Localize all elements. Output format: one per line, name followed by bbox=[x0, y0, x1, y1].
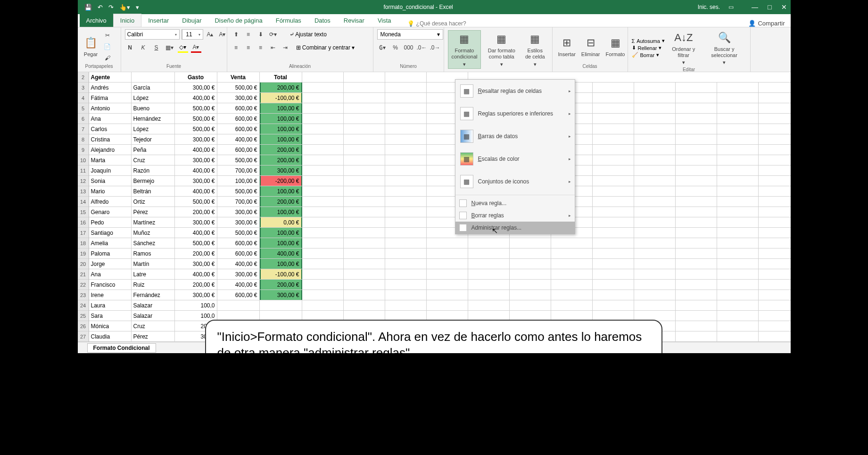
touch-mode-icon[interactable]: 👆▾ bbox=[119, 4, 130, 11]
underline-button[interactable]: S bbox=[151, 42, 162, 53]
menu-top-bottom-rules[interactable]: ▦Reglas superiores e inferiores▸ bbox=[455, 102, 575, 125]
tab-diseno[interactable]: Diseño de página bbox=[208, 14, 269, 27]
sheet-tab-active[interactable]: Formato Condicional bbox=[87, 343, 156, 353]
cell-styles-button[interactable]: ▦Estilos de celda▾ bbox=[522, 31, 548, 68]
signin-button[interactable]: Inic. ses. bbox=[698, 4, 720, 10]
copy-icon[interactable]: 📄 bbox=[102, 41, 113, 52]
tab-insertar[interactable]: Insertar bbox=[141, 14, 175, 27]
row-header[interactable]: 7 bbox=[78, 124, 89, 134]
percent-icon[interactable]: % bbox=[390, 42, 401, 53]
tab-archivo[interactable]: Archivo bbox=[80, 14, 113, 27]
row-header[interactable]: 24 bbox=[78, 300, 89, 311]
row-header[interactable]: 19 bbox=[78, 248, 89, 259]
qat-customize-icon[interactable]: ▾ bbox=[136, 4, 139, 11]
align-bottom-icon[interactable]: ⬇ bbox=[256, 29, 266, 40]
wrap-text-button[interactable]: ⤶ Ajustar texto bbox=[289, 31, 327, 38]
tab-dibujar[interactable]: Dibujar bbox=[175, 14, 208, 27]
tab-vista[interactable]: Vista bbox=[371, 14, 398, 27]
row-header[interactable]: 11 bbox=[78, 165, 89, 176]
table-row[interactable]: IreneFernández300,00 €600,00 €300,00 € bbox=[89, 290, 791, 300]
spreadsheet-grid[interactable]: 2 34567891011121314151617181920212223242… bbox=[78, 72, 791, 342]
currency-icon[interactable]: ₲▾ bbox=[377, 42, 388, 53]
fill-color-button[interactable]: ◇▾ bbox=[178, 42, 188, 53]
decrease-indent-icon[interactable]: ⇤ bbox=[268, 42, 278, 53]
insert-cells-button[interactable]: ⊞Insertar bbox=[556, 34, 578, 58]
row-header[interactable]: 9 bbox=[78, 145, 89, 155]
table-row[interactable]: LauraSalazar100,0 bbox=[89, 300, 791, 311]
row-header[interactable]: 5 bbox=[78, 103, 89, 114]
row-header[interactable]: 14 bbox=[78, 197, 89, 207]
menu-highlight-rules[interactable]: ▦Resaltar reglas de celdas▸ bbox=[455, 80, 575, 102]
shrink-font-icon[interactable]: A▾ bbox=[217, 29, 228, 40]
merge-center-button[interactable]: ⊞ Combinar y centrar ▾ bbox=[296, 44, 355, 51]
format-as-table-button[interactable]: ▦Dar formato como tabla▾ bbox=[483, 31, 520, 68]
menu-new-rule[interactable]: Nueva regla... bbox=[455, 197, 575, 209]
column-header-venta[interactable]: Venta bbox=[217, 72, 260, 82]
table-row[interactable]: FranciscoRuiz200,00 €400,00 €200,00 € bbox=[89, 280, 791, 290]
row-header[interactable]: 3 bbox=[78, 83, 89, 93]
paste-button[interactable]: 📋Pegar bbox=[82, 34, 100, 58]
font-color-button[interactable]: A▾ bbox=[191, 42, 201, 53]
row-header[interactable]: 12 bbox=[78, 176, 89, 186]
tab-datos[interactable]: Datos bbox=[308, 14, 337, 27]
close-icon[interactable]: ✕ bbox=[781, 3, 787, 11]
menu-manage-rules[interactable]: Administrar reglas... bbox=[455, 222, 575, 234]
column-header-gasto[interactable]: Gasto bbox=[175, 72, 217, 82]
fill-button[interactable]: ⬇ Rellenar ▾ bbox=[632, 45, 665, 51]
table-row[interactable]: PalomaRamos200,00 €600,00 €400,00 € bbox=[89, 248, 791, 259]
redo-icon[interactable]: ↷ bbox=[108, 4, 114, 11]
table-row[interactable]: MarioBeltrán400,00 €500,00 €100,00 € bbox=[89, 186, 791, 197]
row-header[interactable]: 10 bbox=[78, 155, 89, 165]
table-row[interactable]: AlejandroPeña400,00 €600,00 €200,00 € bbox=[89, 145, 791, 155]
table-row[interactable]: SantiagoMuñoz400,00 €500,00 €100,00 € bbox=[89, 228, 791, 238]
conditional-format-button[interactable]: ▦Formato condicional▾ bbox=[448, 30, 481, 69]
thousands-icon[interactable]: 000 bbox=[404, 42, 414, 53]
clear-button[interactable]: 🧹 Borrar ▾ bbox=[632, 52, 665, 58]
grow-font-icon[interactable]: A▴ bbox=[205, 29, 215, 40]
row-header[interactable]: 8 bbox=[78, 134, 89, 145]
table-row[interactable]: AnaLatre400,00 €300,00 €-100,00 € bbox=[89, 269, 791, 280]
row-header[interactable]: 16 bbox=[78, 217, 89, 228]
decrease-decimal-icon[interactable]: .0→ bbox=[430, 42, 440, 53]
table-row[interactable]: AlfredoOrtiz500,00 €700,00 €200,00 € bbox=[89, 197, 791, 207]
column-header-total[interactable]: Total bbox=[260, 72, 302, 82]
row-header[interactable]: 26 bbox=[78, 321, 89, 331]
menu-icon-sets[interactable]: ▦Conjuntos de iconos▸ bbox=[455, 170, 575, 193]
row-header[interactable]: 13 bbox=[78, 186, 89, 197]
row-header[interactable]: 18 bbox=[78, 238, 89, 248]
row-header[interactable]: 15 bbox=[78, 207, 89, 217]
format-cells-button[interactable]: ▦Formato bbox=[604, 34, 627, 58]
table-row[interactable]: JoaquínRazón400,00 €700,00 €300,00 € bbox=[89, 165, 791, 176]
display-options-icon[interactable]: ▭ bbox=[728, 4, 734, 10]
menu-color-scales[interactable]: ▦Escalas de color▸ bbox=[455, 148, 575, 170]
maximize-icon[interactable]: □ bbox=[768, 3, 771, 11]
increase-decimal-icon[interactable]: .0← bbox=[417, 42, 427, 53]
tab-inicio[interactable]: Inicio bbox=[113, 14, 141, 27]
row-header[interactable]: 2 bbox=[78, 72, 89, 83]
font-name-select[interactable]: Calibri▾ bbox=[125, 29, 180, 40]
font-size-select[interactable]: 11▾ bbox=[182, 29, 203, 40]
table-row[interactable]: CristinaTejedor300,00 €400,00 €100,00 € bbox=[89, 134, 791, 145]
column-header-agente[interactable]: Agente bbox=[89, 72, 132, 82]
format-painter-icon[interactable]: 🖌 bbox=[102, 53, 113, 63]
row-header[interactable]: 6 bbox=[78, 114, 89, 124]
row-header[interactable]: 27 bbox=[78, 331, 89, 342]
delete-cells-button[interactable]: ⊟Eliminar bbox=[579, 34, 602, 58]
row-header[interactable]: 23 bbox=[78, 290, 89, 300]
tell-me-input[interactable]: 💡 ¿Qué desea hacer? bbox=[407, 20, 466, 27]
minimize-icon[interactable]: — bbox=[752, 3, 758, 11]
align-center-icon[interactable]: ≡ bbox=[243, 42, 254, 53]
align-middle-icon[interactable]: ≡ bbox=[243, 29, 254, 40]
row-header[interactable]: 4 bbox=[78, 93, 89, 103]
table-row[interactable]: MartaCruz300,00 €500,00 €200,00 € bbox=[89, 155, 791, 165]
table-row[interactable]: AnaHernández500,00 €600,00 €100,00 € bbox=[89, 114, 791, 124]
table-row[interactable]: AndrésGarcía300,00 €500,00 €200,00 € bbox=[89, 83, 791, 93]
align-top-icon[interactable]: ⬆ bbox=[231, 29, 241, 40]
table-row[interactable]: SoniaBermejo300,00 €100,00 €-200,00 € bbox=[89, 176, 791, 186]
menu-data-bars[interactable]: ▦Barras de datos▸ bbox=[455, 125, 575, 148]
table-row[interactable]: PedoMartínez300,00 €300,00 €0,00 € bbox=[89, 217, 791, 228]
borders-button[interactable]: ▦▾ bbox=[165, 42, 175, 53]
table-row[interactable]: JorgeMartín300,00 €400,00 €100,00 € bbox=[89, 259, 791, 269]
share-button[interactable]: 👤 Compartir bbox=[748, 20, 785, 27]
table-row[interactable]: GenaroPérez200,00 €300,00 €100,00 € bbox=[89, 207, 791, 217]
